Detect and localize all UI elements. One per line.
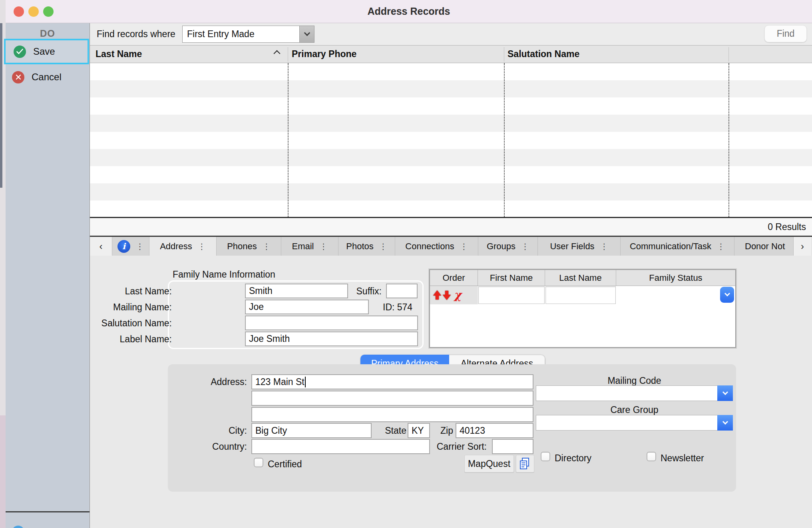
chevron-down-icon[interactable] — [299, 26, 314, 42]
label-name-label: Label Name: — [108, 334, 172, 345]
tab-options-icon[interactable]: ⋮ — [521, 242, 529, 251]
tab-email[interactable]: Email ⋮ — [281, 237, 338, 256]
background-window-fragment — [0, 415, 6, 528]
tabs-scroll-left-button[interactable]: ‹ — [90, 237, 112, 256]
care-group-label: Care Group — [536, 405, 733, 415]
address-tab-panel: Family Name Information Last Name: Suffi… — [90, 256, 812, 528]
save-check-icon — [14, 46, 26, 58]
tab-options-icon[interactable]: ⋮ — [320, 242, 328, 251]
column-header-salutation-name[interactable]: Salutation Name — [508, 46, 579, 63]
results-table-header: Last Name Primary Phone Salutation Name — [90, 46, 812, 63]
chevron-right-icon: › — [801, 241, 804, 252]
column-divider[interactable] — [288, 47, 288, 62]
copy-document-icon — [519, 457, 531, 470]
newsletter-label: Newsletter — [661, 453, 704, 464]
move-up-icon[interactable] — [433, 290, 441, 300]
suffix-input[interactable] — [386, 284, 418, 298]
tab-options-icon[interactable]: ⋮ — [717, 242, 725, 251]
tab-options-icon[interactable]: ⋮ — [379, 242, 387, 251]
carrier-sort-input[interactable] — [492, 439, 533, 454]
tabs-scroll-right-button[interactable]: › — [794, 237, 811, 256]
mapquest-button[interactable]: MapQuest — [464, 455, 514, 472]
zip-label: Zip — [433, 425, 453, 436]
chevron-down-icon[interactable] — [717, 415, 733, 431]
member-last-name-input[interactable] — [545, 286, 616, 304]
last-name-input[interactable] — [245, 284, 348, 298]
collapse-label: Collapse — [32, 526, 69, 528]
member-first-name-input[interactable] — [478, 286, 545, 304]
cancel-x-icon — [12, 71, 24, 83]
collapse-button[interactable]: « Collapse — [6, 512, 90, 528]
members-col-family-status: Family Status — [616, 270, 735, 286]
results-table-body[interactable] — [90, 63, 812, 217]
salutation-name-label: Salutation Name: — [90, 318, 172, 329]
tab-label: Phones — [227, 241, 257, 252]
titlebar: Address Records — [6, 0, 812, 23]
tab-user-fields[interactable]: User Fields ⋮ — [538, 237, 621, 256]
tab-options-icon[interactable]: ⋮ — [198, 242, 206, 251]
tab-phones[interactable]: Phones ⋮ — [217, 237, 281, 256]
column-divider[interactable] — [504, 47, 504, 62]
tab-options-icon[interactable]: ⋮ — [460, 242, 468, 251]
tab-communication-task[interactable]: Communication/Task ⋮ — [621, 237, 734, 256]
family-info-title: Family Name Information — [173, 269, 275, 280]
chevron-down-icon[interactable] — [720, 287, 734, 303]
tab-options-icon[interactable]: ⋮ — [263, 242, 271, 251]
label-name-input[interactable] — [245, 331, 418, 346]
tab-options-icon[interactable]: ⋮ — [600, 242, 608, 251]
column-boundary — [288, 63, 289, 217]
tab-label: Connections — [405, 241, 454, 252]
address-label: Address: — [203, 377, 247, 387]
certified-checkbox[interactable] — [254, 458, 263, 467]
tab-label: Photos — [346, 241, 374, 252]
tab-groups[interactable]: Groups ⋮ — [478, 237, 538, 256]
minimize-window-button[interactable] — [28, 6, 39, 17]
find-button[interactable]: Find — [764, 25, 807, 42]
tab-connections[interactable]: Connections ⋮ — [395, 237, 478, 256]
zoom-window-button[interactable] — [43, 6, 54, 17]
tab-options-icon[interactable]: ⋮ — [136, 242, 144, 251]
cancel-button[interactable]: Cancel — [6, 64, 90, 90]
copy-address-button[interactable] — [516, 455, 534, 472]
members-col-last-name: Last Name — [545, 270, 616, 286]
column-divider[interactable] — [728, 47, 729, 62]
care-group-dropdown[interactable] — [536, 415, 733, 431]
family-status-dropdown[interactable] — [616, 286, 735, 304]
directory-checkbox[interactable] — [541, 452, 550, 461]
results-count: 0 Results — [768, 222, 806, 232]
tab-address[interactable]: Address ⋮ — [149, 237, 217, 256]
zip-input[interactable] — [456, 423, 533, 438]
mailing-name-input[interactable] — [245, 300, 369, 314]
country-input[interactable] — [251, 439, 430, 454]
primary-address-panel: Address: 123 Main St City: State Zip Cou… — [168, 364, 736, 492]
collapse-chevrons-icon: « — [12, 526, 24, 528]
column-header-primary-phone[interactable]: Primary Phone — [292, 46, 356, 63]
tab-label: Donor Not — [745, 241, 785, 252]
main-content: Find records where First Entry Made Find… — [90, 23, 812, 528]
address-line3-input[interactable] — [251, 407, 533, 422]
salutation-name-input[interactable] — [245, 316, 418, 330]
tab-photos[interactable]: Photos ⋮ — [338, 237, 395, 256]
address-line1-input[interactable]: 123 Main St — [251, 374, 533, 389]
column-boundary — [504, 63, 505, 217]
address-line2-input[interactable] — [251, 391, 533, 406]
tab-label: User Fields — [550, 241, 594, 252]
mailing-code-dropdown[interactable] — [536, 385, 733, 401]
delete-member-icon[interactable]: χ — [454, 290, 461, 301]
column-header-last-name[interactable]: Last Name — [96, 46, 142, 63]
city-input[interactable] — [251, 423, 372, 438]
last-name-label: Last Name: — [114, 286, 172, 297]
sort-ascending-icon[interactable] — [275, 47, 279, 58]
save-button[interactable]: Save — [4, 39, 89, 64]
record-id: ID: 574 — [383, 302, 419, 313]
newsletter-checkbox[interactable] — [647, 452, 656, 461]
move-down-icon[interactable] — [443, 290, 451, 300]
family-members-table: Order First Name Last Name Family Status… — [429, 269, 736, 348]
close-window-button[interactable] — [14, 6, 24, 17]
tab-donor-notes[interactable]: Donor Not — [734, 237, 794, 256]
state-input[interactable] — [408, 423, 430, 438]
chevron-down-icon[interactable] — [717, 385, 733, 401]
find-field-dropdown[interactable]: First Entry Made — [182, 26, 314, 43]
cancel-label: Cancel — [32, 71, 62, 83]
tab-info[interactable]: i ⋮ — [112, 237, 149, 256]
